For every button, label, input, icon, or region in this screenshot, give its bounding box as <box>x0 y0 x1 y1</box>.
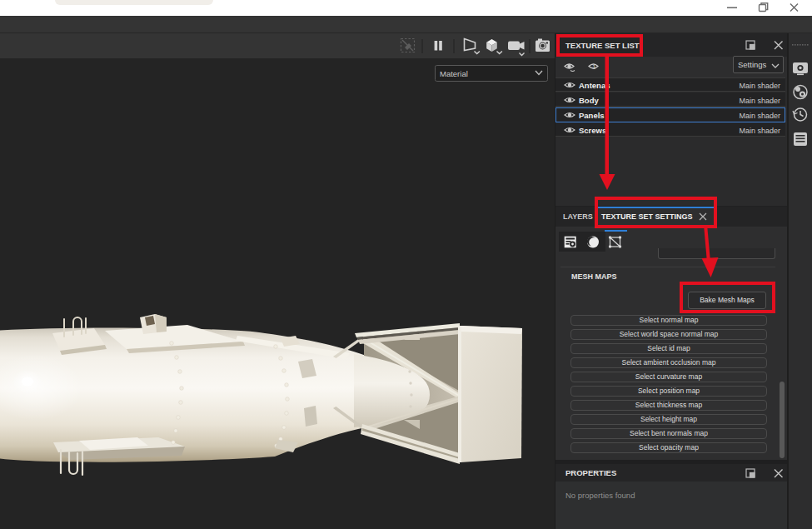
svg-text:Material: Material <box>440 69 468 78</box>
svg-text:1: 1 <box>592 63 596 71</box>
